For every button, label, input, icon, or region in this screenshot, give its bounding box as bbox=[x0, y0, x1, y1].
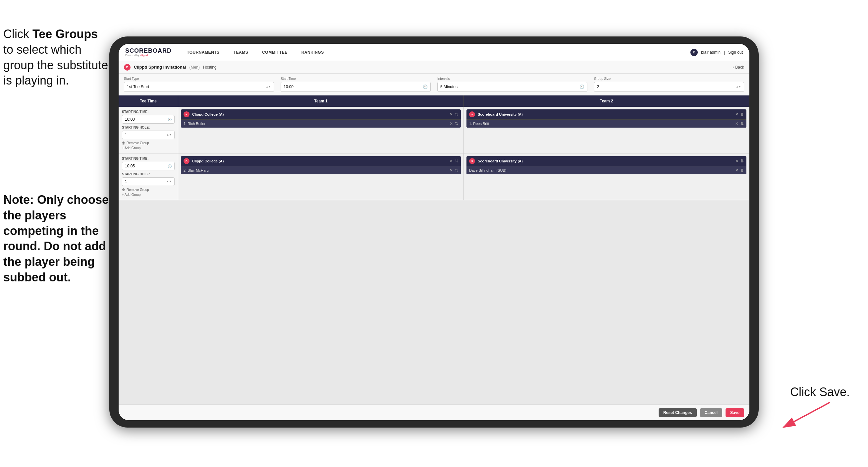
team1-x-2[interactable]: ✕ bbox=[450, 159, 453, 164]
click-save-label: Click Save. bbox=[790, 385, 850, 399]
trash-icon-1: 🗑 bbox=[122, 141, 125, 145]
instruction-main: Click Tee Groups to select which group t… bbox=[3, 27, 109, 88]
player-name-2-1: 1. Rees Britt bbox=[469, 122, 733, 126]
team1-card-2[interactable]: B Clippd College (A) ✕ ⇅ 2. Bla bbox=[181, 156, 461, 174]
add-group-btn-2[interactable]: + Add Group bbox=[122, 193, 175, 197]
nav-committee[interactable]: COMMITTEE bbox=[260, 49, 289, 56]
table-header-tee-time: Tee Time bbox=[119, 95, 178, 107]
team1-controls-1: ✕ ⇅ bbox=[450, 112, 458, 117]
instruction-tee-groups-bold: Tee Groups bbox=[32, 27, 98, 41]
player-row-2-1[interactable]: 1. Rees Britt ✕ ⇅ bbox=[466, 119, 746, 127]
tee-row-2: STARTING TIME: 10:05 🕙 STARTING HOLE: 1 … bbox=[119, 153, 749, 200]
navbar: SCOREBOARD Powered by clippd TOURNAMENTS… bbox=[119, 44, 749, 61]
time-icon-1: 🕙 bbox=[168, 118, 172, 121]
subheader-icon: B bbox=[124, 64, 130, 70]
settings-row: Start Type 1st Tee Start ▲▼ Start Time 1… bbox=[119, 74, 749, 95]
team2-x-2[interactable]: ✕ bbox=[735, 159, 739, 164]
tee-row-1: STARTING TIME: 10:00 🕙 STARTING HOLE: 1 … bbox=[119, 107, 749, 153]
team2-name-1: Scoreboard University (A) bbox=[478, 112, 733, 116]
tee-starting-hole-value-1: 1 bbox=[125, 133, 127, 137]
player-num-1-1: 1. bbox=[184, 122, 187, 126]
intervals-input[interactable]: 5 Minutes 🕙 bbox=[437, 82, 587, 92]
player-row-2-2[interactable]: Dave Billingham (SUB) ✕ ⇅ bbox=[466, 166, 746, 174]
add-group-label-2: + Add Group bbox=[122, 193, 141, 197]
team1-col-1: B Clippd College (A) ✕ ⇅ 1. Ric bbox=[178, 107, 464, 153]
nav-tournaments[interactable]: TOURNAMENTS bbox=[185, 49, 222, 56]
player-arrows-1-2[interactable]: ⇅ bbox=[455, 168, 458, 173]
nav-teams[interactable]: TEAMS bbox=[231, 49, 250, 56]
add-group-label-1: + Add Group bbox=[122, 146, 141, 150]
tee-groups-scroll: STARTING TIME: 10:00 🕙 STARTING HOLE: 1 … bbox=[119, 107, 749, 404]
tablet-frame: SCOREBOARD Powered by clippd TOURNAMENTS… bbox=[109, 36, 759, 428]
team2-arrows-1[interactable]: ⇅ bbox=[740, 112, 744, 117]
player-arrows-2-2[interactable]: ⇅ bbox=[740, 168, 744, 173]
nav-rankings[interactable]: RANKINGS bbox=[300, 49, 326, 56]
team1-arrows-2[interactable]: ⇅ bbox=[455, 159, 458, 164]
bottom-bar: Reset Changes Cancel Save bbox=[119, 404, 749, 420]
player-x-2-2[interactable]: ✕ bbox=[735, 168, 739, 173]
player-fullname-2-1: Rees Britt bbox=[473, 122, 489, 126]
player-fullname-1-1: Rich Butler bbox=[187, 122, 206, 126]
logo-powered: Powered by clippd bbox=[125, 54, 172, 57]
hole-arrows-1: ▲▼ bbox=[166, 134, 172, 136]
subheader-back[interactable]: ‹ Back bbox=[733, 65, 744, 69]
tee-starting-hole-input-2[interactable]: 1 ▲▼ bbox=[122, 177, 175, 186]
table-header: Tee Time Team 1 Team 2 bbox=[119, 95, 749, 107]
player-x-2-1[interactable]: ✕ bbox=[735, 121, 739, 126]
remove-group-btn-1[interactable]: 🗑 Remove Group bbox=[122, 141, 175, 145]
team2-x-1[interactable]: ✕ bbox=[735, 112, 739, 117]
nav-sign-out[interactable]: Sign out bbox=[728, 50, 743, 55]
player-x-1-1[interactable]: ✕ bbox=[450, 121, 453, 126]
tee-actions-2: 🗑 Remove Group + Add Group bbox=[122, 188, 175, 197]
team1-arrows-1[interactable]: ⇅ bbox=[455, 112, 458, 117]
remove-group-btn-2[interactable]: 🗑 Remove Group bbox=[122, 188, 175, 192]
subheader: B Clippd Spring Invitational (Men) Hosti… bbox=[119, 61, 749, 74]
group-size-input[interactable]: 2 ▲▼ bbox=[594, 82, 744, 92]
save-button[interactable]: Save bbox=[725, 408, 744, 417]
table-header-team2: Team 2 bbox=[464, 95, 749, 107]
start-time-value: 10:00 bbox=[284, 85, 293, 89]
intervals-value: 5 Minutes bbox=[440, 85, 458, 89]
team2-icon-1: S bbox=[469, 111, 475, 117]
player-arrows-2-1[interactable]: ⇅ bbox=[740, 121, 744, 126]
start-type-input[interactable]: 1st Tee Start ▲▼ bbox=[124, 82, 274, 92]
tee-starting-hole-input-1[interactable]: 1 ▲▼ bbox=[122, 130, 175, 139]
player-row-1-2[interactable]: 2. Blair McHarg ✕ ⇅ bbox=[181, 166, 461, 174]
tee-starting-time-input-2[interactable]: 10:05 🕙 bbox=[122, 162, 175, 170]
player-arrows-1-1[interactable]: ⇅ bbox=[455, 121, 458, 126]
team2-arrows-2[interactable]: ⇅ bbox=[740, 159, 744, 164]
add-group-btn-1[interactable]: + Add Group bbox=[122, 146, 175, 150]
start-time-input[interactable]: 10:00 🕙 bbox=[281, 82, 431, 92]
setting-start-time: Start Time 10:00 🕙 bbox=[281, 77, 431, 92]
team2-controls-1: ✕ ⇅ bbox=[735, 112, 744, 117]
team1-icon-2: B bbox=[184, 158, 189, 164]
tee-starting-time-value-1: 10:00 bbox=[125, 117, 135, 122]
team2-col-2: S Scoreboard University (A) ✕ ⇅ bbox=[464, 153, 749, 200]
svg-line-3 bbox=[783, 402, 830, 427]
note-label: Note: bbox=[3, 193, 37, 206]
subheader-title: Clippd Spring Invitational bbox=[134, 65, 186, 69]
group-size-label: Group Size bbox=[594, 77, 744, 81]
reset-changes-button[interactable]: Reset Changes bbox=[659, 408, 697, 417]
subheader-hosting: Hosting bbox=[203, 65, 217, 69]
tee-starting-time-input-1[interactable]: 10:00 🕙 bbox=[122, 115, 175, 124]
player-controls-1-1: ✕ ⇅ bbox=[450, 121, 458, 126]
team2-card-2[interactable]: S Scoreboard University (A) ✕ ⇅ bbox=[466, 156, 746, 174]
tee-left-1: STARTING TIME: 10:00 🕙 STARTING HOLE: 1 … bbox=[119, 107, 178, 153]
player-num-1-2: 2. bbox=[184, 168, 187, 172]
player-controls-1-2: ✕ ⇅ bbox=[450, 168, 458, 173]
player-row-1-1[interactable]: 1. Rich Butler ✕ ⇅ bbox=[181, 119, 461, 127]
team1-controls-2: ✕ ⇅ bbox=[450, 159, 458, 164]
team2-name-2: Scoreboard University (A) bbox=[478, 159, 733, 163]
remove-group-label-2: Remove Group bbox=[127, 188, 149, 192]
group-size-arrows: ▲▼ bbox=[736, 86, 741, 88]
team1-x-1[interactable]: ✕ bbox=[450, 112, 453, 117]
team2-card-1[interactable]: S Scoreboard University (A) ✕ ⇅ 1. bbox=[466, 109, 746, 127]
arrow-save bbox=[764, 396, 850, 436]
player-x-1-2[interactable]: ✕ bbox=[450, 168, 453, 173]
team1-name-1: Clippd College (A) bbox=[192, 112, 447, 116]
group-size-value: 2 bbox=[597, 85, 599, 89]
tee-starting-hole-label-1: STARTING HOLE: bbox=[122, 126, 175, 129]
cancel-button[interactable]: Cancel bbox=[700, 408, 722, 417]
team1-card-1[interactable]: B Clippd College (A) ✕ ⇅ 1. Ric bbox=[181, 109, 461, 127]
